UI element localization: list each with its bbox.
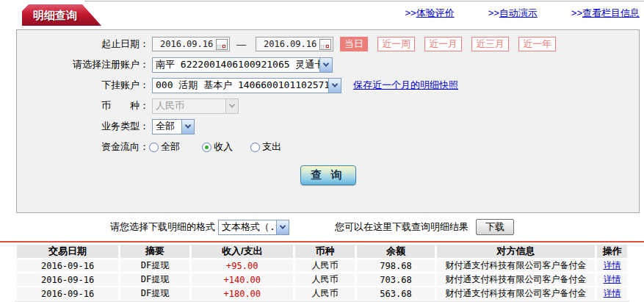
download-button[interactable]: 下载	[476, 219, 514, 235]
range-button-last-month[interactable]: 近一月	[424, 37, 462, 51]
flow-option-all[interactable]: 全部	[149, 140, 180, 154]
currency-value: 人民币	[153, 99, 225, 112]
calendar-icon[interactable]	[216, 39, 228, 50]
cell-summary: DF提现	[120, 273, 189, 286]
registered-account-label: 请选择注册账户：	[17, 58, 149, 71]
table-row: 2016-09-16 DF提现 +95.00 人民币 798.68 财付通支付科…	[17, 259, 627, 272]
date-to-input[interactable]: 2016.09.16	[256, 37, 333, 51]
query-button[interactable]: 查 询	[300, 165, 356, 185]
download-format-select[interactable]: 文本格式（.txt）	[218, 220, 289, 235]
query-form-panel: 起止日期： 2016.09.16 — 2016.09.16 当日 近一周 近一月…	[16, 29, 640, 213]
col-header-amount: 收入/支出	[192, 245, 293, 258]
chevron-down-icon[interactable]	[276, 220, 289, 234]
business-type-value: 全部	[153, 120, 181, 133]
detail-link[interactable]: 详情	[604, 274, 621, 284]
col-header-balance: 余额	[357, 245, 435, 258]
chevron-down-icon	[225, 99, 238, 113]
chevron-down-icon[interactable]	[319, 58, 332, 72]
link-view-column-info[interactable]: >>查看栏目信息	[571, 7, 640, 20]
tab-detail-query[interactable]: 明细查询	[22, 4, 101, 26]
cell-balance: 703.68	[357, 273, 435, 286]
detail-link[interactable]: 详情	[604, 260, 621, 270]
calendar-icon[interactable]	[319, 39, 331, 50]
header-links: >>体验评价 >>自动演示 >>查看栏目信息	[405, 0, 640, 26]
cell-currency: 人民币	[295, 287, 355, 300]
results-table-wrap: 交易日期 摘要 收入/支出 币种 余额 对方信息 操作 2016-09-16 D…	[15, 243, 629, 301]
cell-date: 2016-09-16	[17, 273, 118, 286]
range-button-today[interactable]: 当日	[340, 37, 368, 51]
cell-action: 详情	[597, 259, 627, 272]
col-header-summary: 摘要	[120, 245, 189, 258]
range-button-last-year[interactable]: 近一年	[518, 37, 556, 51]
sub-account-label: 下挂账户：	[17, 79, 149, 92]
table-row: 2016-09-16 DF提现 +140.00 人民币 703.68 财付通支付…	[17, 273, 627, 286]
business-type-label: 业务类型：	[17, 120, 149, 133]
download-row: 请您选择下载明细的格式 文本格式（.txt） 您可以在这里下载查询明细结果 下载	[0, 213, 644, 241]
cell-date: 2016-09-16	[17, 259, 118, 272]
cell-balance: 798.68	[357, 259, 435, 272]
currency-label: 币 种：	[17, 99, 149, 112]
chevron-down-icon[interactable]	[181, 120, 194, 134]
currency-row: 币 种： 人民币	[17, 98, 639, 114]
registered-account-value: 南平 6222001406100921065 灵通卡	[153, 58, 319, 71]
chevron-down-icon[interactable]	[328, 79, 341, 93]
flow-option-income[interactable]: 收入	[202, 140, 233, 154]
cell-summary: DF提现	[120, 287, 189, 300]
table-header-row: 交易日期 摘要 收入/支出 币种 余额 对方信息 操作	[17, 245, 627, 258]
range-button-last-week[interactable]: 近一周	[377, 37, 415, 51]
table-row: 2016-09-16 DF提现 +180.00 人民币 563.68 财付通支付…	[17, 287, 627, 300]
range-button-last-3-months[interactable]: 近三月	[471, 37, 509, 51]
flow-option-expense[interactable]: 支出	[250, 140, 281, 154]
flow-radio-expense[interactable]	[250, 143, 260, 152]
download-format-label: 请您选择下载明细的格式	[110, 220, 215, 234]
col-header-counterparty: 对方信息	[437, 245, 595, 258]
cell-date: 2016-09-16	[17, 287, 118, 300]
sub-account-value: 000 活期 基本户 1406600101102571848	[153, 79, 328, 92]
cell-action: 详情	[597, 287, 627, 300]
link-auto-demo[interactable]: >>自动演示	[488, 7, 538, 20]
sub-account-select[interactable]: 000 活期 基本户 1406600101102571848	[152, 78, 341, 93]
business-type-select[interactable]: 全部	[152, 119, 195, 134]
flow-radio-income[interactable]	[202, 143, 211, 152]
col-header-date: 交易日期	[17, 245, 118, 258]
col-header-currency: 币种	[295, 245, 355, 258]
date-from-input[interactable]: 2016.09.16	[152, 37, 230, 51]
cell-counterparty: 财付通支付科技有限公司客户备付金	[437, 273, 595, 286]
query-button-row: 查 询	[17, 165, 639, 185]
cell-currency: 人民币	[295, 273, 355, 286]
cell-action: 详情	[597, 273, 627, 286]
fund-flow-row: 资金流向： 全部 收入 支出	[17, 139, 639, 155]
cell-balance: 563.68	[357, 287, 435, 300]
detail-query-page: 明细查询 >>体验评价 >>自动演示 >>查看栏目信息 起止日期： 2016.0…	[0, 0, 644, 302]
business-type-row: 业务类型： 全部	[17, 118, 639, 134]
cell-counterparty: 财付通支付科技有限公司客户备付金	[437, 259, 595, 272]
registered-account-row: 请选择注册账户： 南平 6222001406100921065 灵通卡	[17, 57, 639, 73]
results-table: 交易日期 摘要 收入/支出 币种 余额 对方信息 操作 2016-09-16 D…	[15, 243, 629, 301]
date-range-row: 起止日期： 2016.09.16 — 2016.09.16 当日 近一周 近一月…	[17, 36, 639, 52]
currency-select: 人民币	[152, 98, 239, 114]
col-header-action: 操作	[597, 245, 627, 258]
download-format-value: 文本格式（.txt）	[219, 220, 276, 234]
sub-account-row: 下挂账户： 000 活期 基本户 1406600101102571848 保存近…	[17, 77, 639, 93]
flow-radio-all[interactable]	[149, 143, 159, 152]
save-snapshot-link[interactable]: 保存近一个月的明细快照	[353, 79, 458, 92]
cell-counterparty: 财付通支付科技有限公司客户备付金	[437, 287, 595, 300]
date-from-value: 2016.09.16	[160, 39, 213, 49]
cell-currency: 人民币	[295, 259, 355, 272]
cell-amount: +95.00	[192, 259, 293, 272]
date-to-value: 2016.09.16	[264, 39, 316, 49]
fund-flow-label: 资金流向：	[17, 140, 149, 154]
date-separator: —	[236, 39, 246, 50]
registered-account-select[interactable]: 南平 6222001406100921065 灵通卡	[152, 57, 333, 73]
link-experience-rating[interactable]: >>体验评价	[405, 7, 454, 20]
download-hint: 您可以在这里下载查询明细结果	[335, 220, 468, 234]
detail-link[interactable]: 详情	[604, 288, 621, 298]
cell-amount: +140.00	[192, 273, 293, 286]
cell-amount: +180.00	[192, 287, 293, 300]
date-range-label: 起止日期：	[17, 37, 149, 51]
cell-summary: DF提现	[120, 259, 189, 272]
table-divider	[0, 241, 644, 242]
